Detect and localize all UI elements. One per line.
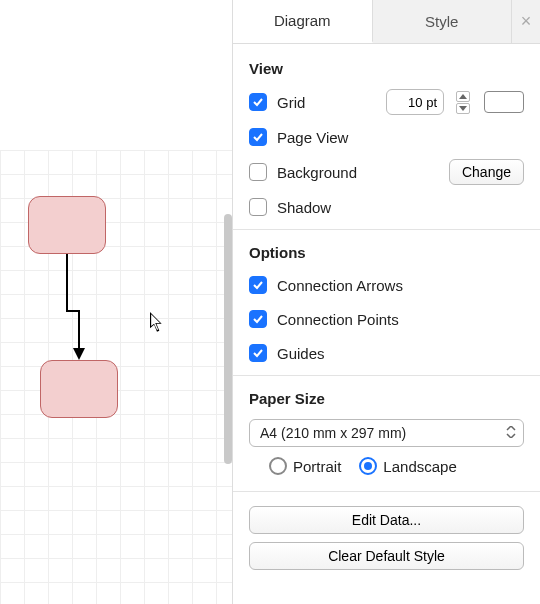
- close-sidebar-button[interactable]: ×: [512, 0, 540, 43]
- edge-segment-vertical-1[interactable]: [66, 254, 68, 310]
- guides-checkbox[interactable]: [249, 344, 267, 362]
- check-icon: [252, 313, 264, 325]
- grid-checkbox[interactable]: [249, 93, 267, 111]
- node-1[interactable]: [28, 196, 106, 254]
- check-icon: [252, 347, 264, 359]
- orientation-landscape-radio[interactable]: Landscape: [359, 457, 456, 475]
- background-label: Background: [277, 164, 357, 181]
- chevron-down-icon: [459, 106, 467, 111]
- connection-points-label: Connection Points: [277, 311, 399, 328]
- divider: [233, 491, 540, 492]
- shadow-checkbox[interactable]: [249, 198, 267, 216]
- grid-color-swatch[interactable]: [484, 91, 524, 113]
- options-title: Options: [249, 244, 524, 261]
- stepper-down[interactable]: [456, 103, 470, 114]
- edit-data-button[interactable]: Edit Data...: [249, 506, 524, 534]
- format-sidebar: Diagram Style × View Grid: [232, 0, 540, 604]
- arrow-head-icon: [73, 348, 85, 360]
- divider: [233, 375, 540, 376]
- grid-size-input[interactable]: [386, 89, 444, 115]
- papersize-title: Paper Size: [249, 390, 524, 407]
- scrollbar-thumb[interactable]: [224, 214, 232, 464]
- sidebar-tabs: Diagram Style ×: [233, 0, 540, 44]
- canvas[interactable]: [0, 0, 232, 604]
- grid-label: Grid: [277, 94, 305, 111]
- node-2[interactable]: [40, 360, 118, 418]
- connection-arrows-checkbox[interactable]: [249, 276, 267, 294]
- view-title: View: [249, 60, 524, 77]
- section-view: View Grid Page View: [233, 44, 540, 582]
- pageview-checkbox[interactable]: [249, 128, 267, 146]
- pageview-label: Page View: [277, 129, 348, 146]
- chevron-up-icon: [459, 94, 467, 99]
- tab-diagram[interactable]: Diagram: [233, 0, 373, 43]
- orientation-portrait-radio[interactable]: Portrait: [269, 457, 341, 475]
- guides-label: Guides: [277, 345, 325, 362]
- connection-arrows-label: Connection Arrows: [277, 277, 403, 294]
- stepper-up[interactable]: [456, 91, 470, 102]
- landscape-label: Landscape: [383, 458, 456, 475]
- connection-points-checkbox[interactable]: [249, 310, 267, 328]
- edge-segment-vertical-2[interactable]: [78, 310, 80, 350]
- tab-style[interactable]: Style: [373, 0, 513, 43]
- papersize-selected: A4 (210 mm x 297 mm): [260, 425, 406, 441]
- clear-default-style-button[interactable]: Clear Default Style: [249, 542, 524, 570]
- background-checkbox[interactable]: [249, 163, 267, 181]
- portrait-label: Portrait: [293, 458, 341, 475]
- check-icon: [252, 131, 264, 143]
- close-icon: ×: [521, 11, 532, 32]
- divider: [233, 229, 540, 230]
- grid-size-stepper: [456, 91, 470, 114]
- shadow-label: Shadow: [277, 199, 331, 216]
- background-change-button[interactable]: Change: [449, 159, 524, 185]
- check-icon: [252, 279, 264, 291]
- cursor-icon: [150, 312, 164, 332]
- check-icon: [252, 96, 264, 108]
- papersize-select[interactable]: A4 (210 mm x 297 mm): [249, 419, 524, 447]
